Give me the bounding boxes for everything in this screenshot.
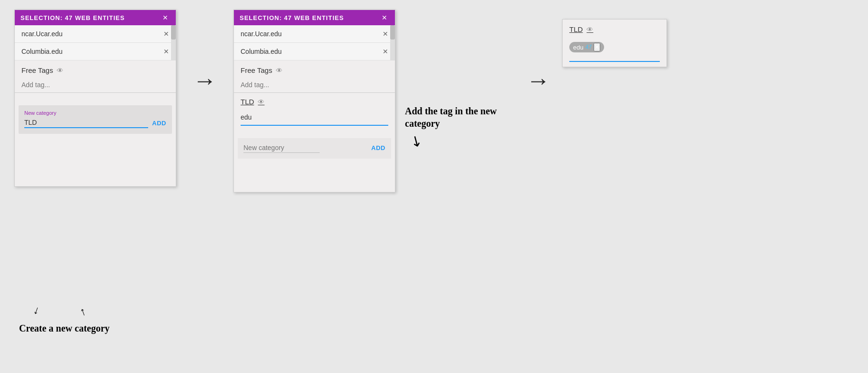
panel2-new-category-input[interactable]: [243, 143, 320, 153]
panel2-new-category-row: ADD: [243, 143, 385, 153]
panel2-free-tags-label: Free Tags 👁: [234, 60, 395, 77]
entity-close-1[interactable]: ✕: [163, 30, 169, 38]
panel1-new-category-row: ADD: [24, 118, 166, 128]
arrow-1: →: [193, 67, 217, 94]
panel2-tld-eye-icon[interactable]: 👁: [258, 98, 264, 106]
panel2-section: SELECTION: 47 WEB ENTITIES ✕ ncar.Ucar.e…: [233, 10, 515, 192]
panel1-free-tags-label: Free Tags 👁: [15, 60, 176, 77]
panel1-section: SELECTION: 47 WEB ENTITIES ✕ ncar.Ucar.e…: [14, 10, 176, 334]
panel2-tld-section: TLD 👁: [234, 93, 395, 126]
scrollbar-thumb-2: [390, 25, 395, 40]
panel3-underline: [569, 61, 660, 62]
annotation-text-1: Create a new category: [19, 322, 119, 334]
panel3-tld-section: TLD 👁 edu 47 ✕: [563, 20, 666, 62]
entity-item-1: ncar.Ucar.edu ✕: [15, 25, 176, 43]
panel2-add-tag-input[interactable]: [234, 77, 395, 93]
scrollbar-track-1[interactable]: [171, 25, 176, 60]
tag-badge-close-button[interactable]: ✕: [594, 43, 600, 51]
panel2-eye-icon[interactable]: 👁: [276, 67, 283, 74]
panel1-close-button[interactable]: ✕: [161, 14, 170, 21]
panel2-add-button[interactable]: ADD: [371, 144, 385, 151]
entity-close-2[interactable]: ✕: [163, 48, 169, 55]
arrow-to-edu: ↖: [406, 131, 425, 152]
panel2-new-category-section: ADD: [238, 138, 391, 159]
panel2-entity-name-1: ncar.Ucar.edu: [241, 30, 282, 38]
entity-name-1: ncar.Ucar.edu: [21, 30, 62, 38]
panel-2: SELECTION: 47 WEB ENTITIES ✕ ncar.Ucar.e…: [233, 10, 395, 192]
panel1-entity-list: ncar.Ucar.edu ✕ Columbia.edu ✕: [15, 25, 176, 60]
tag-count: 47: [585, 44, 592, 50]
panel1-annotation: ↑ ↑ Create a new category: [19, 320, 119, 334]
scrollbar-thumb-1: [171, 25, 176, 40]
arrow-1-container: →: [176, 67, 233, 94]
panel2-close-button[interactable]: ✕: [380, 14, 389, 21]
panel2-entity-list: ncar.Ucar.edu ✕ Columbia.edu ✕: [234, 25, 395, 60]
panel3-tag-badge: edu 47 ✕: [569, 42, 604, 52]
panel2-tld-input[interactable]: [241, 110, 388, 126]
entity-name-2: Columbia.edu: [21, 48, 62, 55]
panel-1: SELECTION: 47 WEB ENTITIES ✕ ncar.Ucar.e…: [14, 10, 176, 187]
entity-item-2: Columbia.edu ✕: [15, 43, 176, 60]
panel1-add-tag-input[interactable]: [15, 77, 176, 93]
panel2-entity-item-1: ncar.Ucar.edu ✕: [234, 25, 395, 43]
panel3-tld-label: TLD 👁: [569, 25, 660, 35]
panel2-entity-item-2: Columbia.edu ✕: [234, 43, 395, 60]
panel2-title: SELECTION: 47 WEB ENTITIES: [240, 14, 344, 21]
panel1-new-category-input[interactable]: [24, 118, 148, 128]
panel3-tag-area: edu 47 ✕: [569, 35, 660, 59]
panel1-new-category-section: New category ADD: [19, 105, 172, 134]
panel1-header: SELECTION: 47 WEB ENTITIES ✕: [15, 10, 176, 25]
panel1-add-button[interactable]: ADD: [152, 120, 166, 127]
arrow-2: →: [526, 67, 550, 94]
panel2-annotation: Add the tag in the new category ↖: [405, 105, 515, 150]
panel2-entity-name-2: Columbia.edu: [241, 48, 282, 55]
panel2-header: SELECTION: 47 WEB ENTITIES ✕: [234, 10, 395, 25]
panel1-new-category-label: New category: [24, 110, 166, 116]
panel2-entity-close-2[interactable]: ✕: [383, 48, 388, 55]
tag-name: edu: [573, 44, 584, 51]
arrow-2-container: →: [515, 67, 562, 94]
panel2-entity-close-1[interactable]: ✕: [383, 30, 388, 38]
annotation-text-2: Add the tag in the new category: [405, 105, 515, 130]
panel1-eye-icon[interactable]: 👁: [57, 67, 63, 74]
panel1-title: SELECTION: 47 WEB ENTITIES: [20, 14, 125, 21]
main-layout: SELECTION: 47 WEB ENTITIES ✕ ncar.Ucar.e…: [0, 0, 868, 344]
arrow-to-add: ↑: [78, 305, 87, 318]
panel2-tld-label: TLD 👁: [241, 98, 388, 108]
scrollbar-track-2[interactable]: [390, 25, 395, 60]
arrow-to-input: ↑: [31, 305, 40, 318]
panel3-eye-icon[interactable]: 👁: [586, 26, 593, 33]
panel-3: TLD 👁 edu 47 ✕: [562, 19, 667, 67]
